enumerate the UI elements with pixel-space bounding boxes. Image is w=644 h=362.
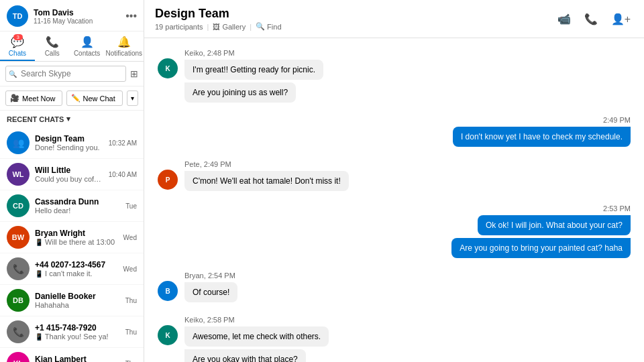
new-chat-dropdown[interactable]: ▾ (127, 90, 138, 106)
sidebar-header: TD Tom Davis 11-16 May Vacation ••• (0, 0, 144, 32)
msg-bubble: Awesome, let me check with others. (184, 326, 329, 347)
user-name: Tom Davis (34, 8, 93, 17)
more-options-icon[interactable]: ••• (125, 10, 137, 22)
msg-bubble: C'mon! We'll eat hot tamale! Don't miss … (184, 171, 349, 191)
msg-content-1: Keiko, 2:48 PM I'm great!! Getting ready… (184, 49, 631, 105)
chat-avatar-bryan-wright: BW (7, 226, 30, 249)
msg-bubble: I'm great!! Getting ready for picnic. (184, 60, 323, 80)
participants-info: 19 participants (155, 23, 203, 31)
msg-avatar-bryan: B (158, 281, 178, 301)
action-buttons: 🎥 Meet Now ✏️ New Chat ▾ (0, 86, 144, 111)
msg-sender-time-1: Keiko, 2:48 PM (184, 49, 631, 57)
video-icon: 🎥 (10, 94, 19, 103)
msg-bubble: Of course! (184, 282, 237, 302)
audio-call-icon: 📞 (584, 13, 598, 25)
search-wrap (5, 66, 126, 82)
sidebar: TD Tom Davis 11-16 May Vacation ••• 💬 Ch… (0, 0, 144, 362)
message-group-2: 2:49 PM I don't know yet I have to check… (158, 116, 631, 149)
tab-calls-label: Calls (45, 50, 60, 57)
video-call-icon: 📹 (557, 13, 571, 25)
phone-small-icon2: 📱 (35, 333, 43, 341)
tab-calls[interactable]: 📞 Calls (35, 32, 70, 61)
msg-bubble: Are you okay with that place? (184, 349, 306, 362)
chat-list: 👥 Design Team Done! Sending you. 10:32 A… (0, 127, 144, 362)
contacts-icon: 👤 (80, 36, 94, 48)
chat-avatar-will-little: WL (7, 163, 30, 186)
msg-bubble-out: I don't know yet I have to check my sche… (453, 127, 631, 147)
chat-title-area: Design Team 19 participants | 🖼 Gallery … (155, 7, 282, 31)
calls-icon: 📞 (46, 36, 59, 48)
meet-now-button[interactable]: 🎥 Meet Now (5, 90, 62, 106)
chat-item-danielle-booker[interactable]: DB Danielle Booker Hahahaha Thu (0, 285, 144, 316)
chat-avatar-cassandra-dunn: CD (7, 194, 30, 217)
message-group-1: K Keiko, 2:48 PM I'm great!! Getting rea… (158, 49, 631, 105)
tab-contacts[interactable]: 👤 Contacts (70, 32, 105, 61)
tab-chats-label: Chats (9, 50, 26, 57)
main-chat: Design Team 19 participants | 🖼 Gallery … (144, 0, 644, 362)
notifications-icon: 🔔 (117, 36, 131, 48)
outgoing-time-2: 2:49 PM (603, 116, 631, 124)
chat-meta-design-team: 10:32 AM (109, 139, 137, 147)
user-info: TD Tom Davis 11-16 May Vacation (7, 5, 93, 27)
message-group-3: P Pete, 2:49 PM C'mon! We'll eat hot tam… (158, 160, 631, 194)
messages-area[interactable]: K Keiko, 2:48 PM I'm great!! Getting rea… (144, 38, 644, 362)
chat-title: Design Team (155, 7, 282, 21)
msg-avatar-keiko-2: K (158, 325, 178, 345)
new-chat-button[interactable]: ✏️ New Chat (66, 90, 123, 106)
video-call-button[interactable]: 📹 (555, 10, 574, 28)
message-group-4: 2:53 PM Ok ok! I will join. What about y… (158, 204, 631, 261)
msg-bubble-out: Ok ok! I will join. What about your cat? (478, 215, 631, 235)
tab-chats[interactable]: 💬 Chats 3 (0, 32, 35, 61)
msg-avatar-pete: P (158, 170, 178, 190)
msg-bubble-out: Are you going to bring your painted cat?… (451, 238, 631, 258)
grid-icon[interactable]: ⊞ (130, 68, 138, 79)
chat-item-cassandra-dunn[interactable]: CD Cassandra Dunn Hello dear! Tue (0, 190, 144, 222)
add-participant-button[interactable]: 👤+ (608, 10, 633, 28)
chat-avatar-design-team: 👥 (7, 131, 30, 154)
user-avatar[interactable]: TD (7, 5, 28, 27)
find-icon: 🔍 (256, 22, 265, 31)
gallery-icon: 🖼 (213, 23, 220, 31)
chat-avatar-kian-lambert: KL (7, 352, 30, 362)
chat-item-will-little[interactable]: WL Will Little Could you buy coffee for … (0, 159, 144, 190)
message-group-6: K Keiko, 2:58 PM Awesome, let me check w… (158, 316, 631, 362)
user-status: 11-16 May Vacation (34, 17, 93, 25)
audio-call-button[interactable]: 📞 (582, 10, 600, 28)
chevron-down-icon: ▾ (66, 115, 70, 123)
chat-item-bryan-wright[interactable]: BW Bryan Wright 📱 Will be there at 13:00… (0, 222, 144, 253)
chat-item-phone-415[interactable]: 📞 +1 415-748-7920 📱 Thank you! See ya! T… (0, 316, 144, 348)
chat-item-design-team[interactable]: 👥 Design Team Done! Sending you. 10:32 A… (0, 127, 144, 159)
tab-notifications-label: Notifications (106, 50, 142, 57)
chat-avatar-danielle-booker: DB (7, 289, 30, 312)
nav-tabs: 💬 Chats 3 📞 Calls 👤 Contacts 🔔 Notificat… (0, 32, 144, 62)
message-group-5: B Bryan, 2:54 PM Of course! (158, 272, 631, 305)
search-bar: ⊞ (0, 62, 144, 86)
add-participant-icon: 👤+ (611, 13, 631, 25)
chat-avatar-phone-415: 📞 (7, 320, 30, 343)
chat-item-phone-44[interactable]: 📞 +44 0207-123-4567 📱 I can't make it. W… (0, 253, 144, 285)
user-details: Tom Davis 11-16 May Vacation (34, 8, 93, 25)
msg-avatar-keiko-1: K (158, 58, 178, 78)
chat-item-kian-lambert[interactable]: KL Kian Lambert Will do that man! Thu (0, 348, 144, 362)
gallery-link[interactable]: 🖼 Gallery (213, 23, 246, 31)
chat-header: Design Team 19 participants | 🖼 Gallery … (144, 0, 644, 38)
search-input[interactable] (5, 66, 126, 82)
chat-body-will-little: Will Little Could you buy coffee for me? (35, 166, 103, 183)
phone-icon: 📱 (35, 239, 43, 246)
chats-badge: 3 (13, 34, 23, 40)
find-link[interactable]: 🔍 Find (256, 22, 281, 31)
chat-subtitle: 19 participants | 🖼 Gallery | 🔍 Find (155, 22, 282, 31)
header-actions: 📹 📞 👤+ (555, 10, 633, 28)
chat-avatar-phone-44: 📞 (7, 257, 30, 280)
tab-contacts-label: Contacts (74, 50, 100, 57)
chat-body-design-team: Design Team Done! Sending you. (35, 134, 103, 152)
pencil-icon: ✏️ (71, 94, 80, 103)
msg-bubble: Are you joining us as well? (184, 82, 296, 103)
tab-notifications[interactable]: 🔔 Notifications (105, 32, 144, 61)
phone-small-icon: 📱 (35, 270, 43, 278)
recent-chats-header[interactable]: RECENT CHATS ▾ (0, 111, 144, 127)
